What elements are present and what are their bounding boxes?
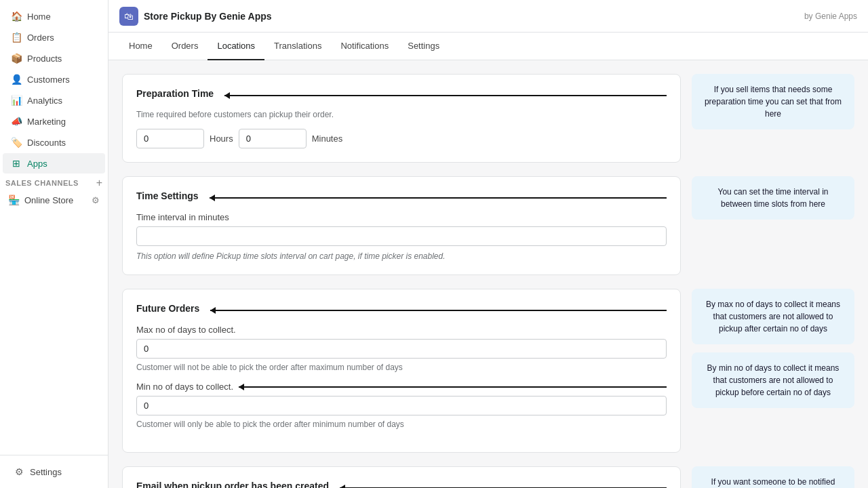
sidebar-item-analytics[interactable]: 📊 Analytics xyxy=(3,90,105,110)
arrow-line-min xyxy=(239,386,667,388)
max-days-input[interactable] xyxy=(136,339,667,359)
add-sales-channel-icon[interactable]: + xyxy=(96,177,102,189)
tab-orders[interactable]: Orders xyxy=(162,33,208,60)
max-days-hint-box: By max no of days to collect it means th… xyxy=(692,289,854,344)
sidebar-label-orders: Orders xyxy=(27,33,54,43)
sidebar-label-products: Products xyxy=(27,54,62,64)
min-days-input[interactable] xyxy=(136,396,667,415)
settings-icon: ⚙ xyxy=(14,466,24,477)
online-store-label: Online Store xyxy=(24,195,73,205)
future-orders-card: Future Orders Max no of days to collect.… xyxy=(122,289,681,453)
future-orders-arrow-row: Future Orders xyxy=(136,303,667,318)
app-icon: 🛍 xyxy=(119,7,138,26)
time-interval-input[interactable] xyxy=(136,226,667,246)
online-store-icon: 🏪 xyxy=(8,195,19,205)
sidebar-label-discounts: Discounts xyxy=(27,138,66,148)
sidebar-item-orders[interactable]: 📋 Orders xyxy=(3,27,105,47)
sidebar-item-apps[interactable]: ⊞ Apps xyxy=(3,153,105,174)
app-title: Store Pickup By Genie Apps xyxy=(144,11,272,22)
sidebar-label-home: Home xyxy=(27,12,51,22)
min-days-hint: Customer will only be able to pick the o… xyxy=(136,420,667,429)
max-days-label: Max no of days to collect. xyxy=(136,325,667,335)
preparation-time-section: Preparation Time Time required before cu… xyxy=(122,74,854,163)
arrow-row: Preparation Time xyxy=(136,88,667,103)
sidebar-item-discounts[interactable]: 🏷️ Discounts xyxy=(3,132,105,152)
sidebar-item-products[interactable]: 📦 Products xyxy=(3,48,105,68)
hours-label: Hours xyxy=(210,134,233,144)
tab-translations[interactable]: Translations xyxy=(264,33,331,60)
app-header: 🛍 Store Pickup By Genie Apps xyxy=(119,7,272,26)
preparation-time-card: Preparation Time Time required before cu… xyxy=(122,74,681,163)
arrow-line-future xyxy=(210,310,667,311)
main-area: 🛍 Store Pickup By Genie Apps by Genie Ap… xyxy=(108,0,868,488)
future-orders-section: Future Orders Max no of days to collect.… xyxy=(122,289,854,453)
time-settings-card: Time Settings Time interval in minutes T… xyxy=(122,176,681,275)
email-hint-box: If you want someone to be notified whene… xyxy=(692,466,854,488)
tabs-bar: HomeOrdersLocationsTranslationsNotificat… xyxy=(108,33,868,60)
preparation-time-desc: Time required before customers can picku… xyxy=(136,110,667,119)
tab-settings[interactable]: Settings xyxy=(398,33,449,60)
time-settings-arrow-row: Time Settings xyxy=(136,190,667,205)
sales-channels-section: Sales channels + xyxy=(0,174,108,190)
arrow-line-preparation xyxy=(224,95,667,96)
sidebar-item-settings[interactable]: ⚙ Settings xyxy=(5,462,102,482)
time-interval-label: Time interval in minutes xyxy=(136,212,667,222)
by-label: by Genie Apps xyxy=(804,12,857,21)
sidebar-subitem-online-store[interactable]: 🏪 Online Store ⚙ xyxy=(0,190,108,209)
home-icon: 🏠 xyxy=(11,11,22,22)
time-settings-section: Time Settings Time interval in minutes T… xyxy=(122,176,854,275)
apps-icon: ⊞ xyxy=(11,158,22,169)
page-content: Preparation Time Time required before cu… xyxy=(108,60,868,488)
products-icon: 📦 xyxy=(11,53,22,64)
analytics-icon: 📊 xyxy=(11,95,22,106)
max-days-hint: Customer will not be able to pick the or… xyxy=(136,363,667,372)
discounts-icon: 🏷️ xyxy=(11,137,22,148)
hours-input[interactable] xyxy=(136,129,204,148)
email-notification-card: Email when pickup order has been created… xyxy=(122,466,681,488)
min-days-label: Min no of days to collect. xyxy=(136,382,233,392)
sidebar-label-analytics: Analytics xyxy=(27,96,62,106)
preparation-time-title: Preparation Time xyxy=(136,88,214,99)
sidebar-label-marketing: Marketing xyxy=(27,117,66,127)
sidebar-item-customers[interactable]: 👤 Customers xyxy=(3,69,105,89)
online-store-gear-icon[interactable]: ⚙ xyxy=(92,195,100,205)
future-orders-title: Future Orders xyxy=(136,303,199,314)
settings-label: Settings xyxy=(30,467,62,477)
email-arrow-row: Email when pickup order has been created xyxy=(136,481,667,488)
sidebar-label-apps: Apps xyxy=(27,159,47,169)
sidebar: 🏠 Home 📋 Orders 📦 Products 👤 Customers 📊… xyxy=(0,0,108,488)
time-interval-hint: This option will define Pickup time slot… xyxy=(136,251,667,261)
sidebar-bottom: ⚙ Settings xyxy=(0,455,108,488)
arrow-line-time xyxy=(210,197,667,199)
orders-icon: 📋 xyxy=(11,32,22,43)
time-settings-title: Time Settings xyxy=(136,190,199,201)
sidebar-label-customers: Customers xyxy=(27,75,70,85)
sidebar-item-home[interactable]: 🏠 Home xyxy=(3,6,105,26)
time-settings-hint: You can set the time interval in between… xyxy=(692,176,854,220)
tab-notifications[interactable]: Notifications xyxy=(331,33,398,60)
customers-icon: 👤 xyxy=(11,74,22,85)
tab-locations[interactable]: Locations xyxy=(208,33,264,60)
sidebar-item-marketing[interactable]: 📣 Marketing xyxy=(3,111,105,131)
topbar: 🛍 Store Pickup By Genie Apps by Genie Ap… xyxy=(108,0,868,33)
email-notification-title: Email when pickup order has been created xyxy=(136,481,329,488)
time-fields: Hours Minutes xyxy=(136,129,667,148)
minutes-input[interactable] xyxy=(239,129,307,148)
min-days-hint-box: By min no of days to collect it means th… xyxy=(692,352,854,408)
sales-channels-label: Sales channels xyxy=(5,179,79,187)
marketing-icon: 📣 xyxy=(11,116,22,127)
minutes-label: Minutes xyxy=(312,134,343,144)
tab-home[interactable]: Home xyxy=(119,33,162,60)
preparation-time-hint: If you sell items that needs some prepar… xyxy=(692,74,854,129)
email-notification-section: Email when pickup order has been created… xyxy=(122,466,854,488)
sidebar-nav: 🏠 Home 📋 Orders 📦 Products 👤 Customers 📊… xyxy=(0,0,108,455)
